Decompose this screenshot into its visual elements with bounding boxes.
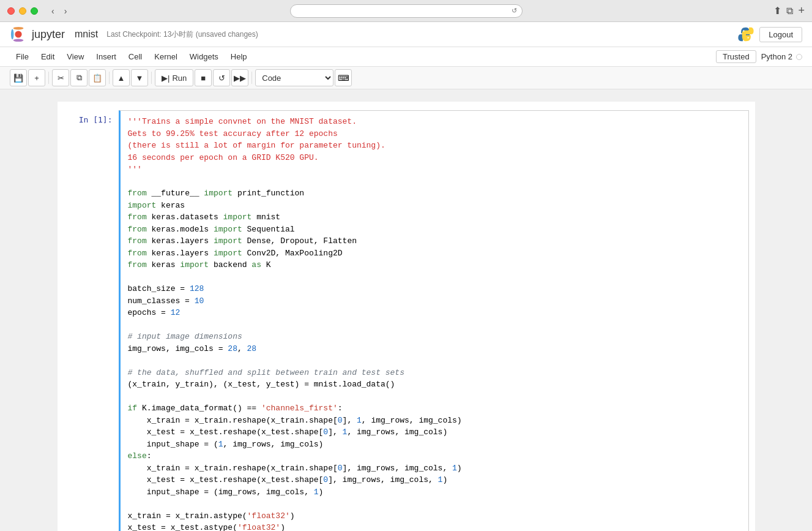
- forward-button[interactable]: ›: [61, 5, 71, 17]
- menu-edit[interactable]: Edit: [35, 50, 61, 64]
- back-button[interactable]: ‹: [48, 5, 58, 17]
- menu-insert[interactable]: Insert: [90, 50, 122, 64]
- run-button[interactable]: ▶| Run: [155, 69, 193, 86]
- cell-type-select[interactable]: Code Markdown Raw NBConvert Heading: [255, 69, 333, 86]
- checkpoint-text: Last Checkpoint: 13小时前 (unsaved changes): [106, 29, 258, 40]
- stop-button[interactable]: ■: [195, 69, 212, 86]
- toolbar-separator-3: [151, 72, 152, 84]
- notebook-area: In [1]: '''Trains a simple convnet on th…: [0, 89, 812, 531]
- url-bar-container: ↺: [290, 4, 523, 18]
- jupyter-header-right: Logout: [737, 26, 802, 43]
- new-tab-button[interactable]: +: [798, 4, 805, 17]
- run-icon: ▶|: [162, 73, 169, 83]
- logout-button[interactable]: Logout: [759, 27, 802, 42]
- cut-button[interactable]: ✂: [52, 69, 69, 86]
- svg-point-3: [15, 31, 21, 37]
- menu-kernel[interactable]: Kernel: [148, 50, 184, 64]
- menubar: File Edit View Insert Cell Kernel Widget…: [0, 47, 812, 67]
- nav-buttons: ‹ ›: [48, 5, 70, 17]
- menu-view[interactable]: View: [61, 50, 90, 64]
- maximize-button[interactable]: [31, 7, 38, 15]
- restart-run-button[interactable]: ▶▶: [231, 69, 248, 86]
- cell-prompt: In [1]:: [58, 110, 119, 531]
- kernel-name-text: Python 2: [761, 52, 792, 61]
- split-button[interactable]: ⧉: [786, 6, 793, 17]
- menu-file[interactable]: File: [10, 50, 35, 64]
- menu-widgets[interactable]: Widgets: [184, 50, 225, 64]
- add-cell-button[interactable]: +: [28, 69, 45, 86]
- jupyter-brand-text: jupyter: [32, 28, 65, 41]
- toolbar: 💾 + ✂ ⧉ 📋 ▲ ▼ ▶| Run ■ ↺ ▶▶ Code Markdow…: [0, 67, 812, 89]
- kernel-status-indicator: [796, 54, 802, 60]
- svg-point-4: [743, 30, 744, 31]
- close-button[interactable]: [7, 7, 15, 15]
- titlebar-actions: ⬆ ⧉ +: [773, 4, 805, 17]
- move-down-button[interactable]: ▼: [131, 69, 148, 86]
- menu-help[interactable]: Help: [225, 50, 253, 64]
- paste-button[interactable]: 📋: [89, 69, 106, 86]
- svg-point-0: [13, 27, 24, 29]
- window-controls: [7, 7, 38, 15]
- move-up-button[interactable]: ▲: [113, 69, 130, 86]
- refresh-icon: ↺: [512, 7, 517, 15]
- toolbar-separator-2: [109, 72, 110, 84]
- share-button[interactable]: ⬆: [773, 5, 781, 17]
- toolbar-separator-1: [48, 72, 49, 84]
- notebook-name[interactable]: mnist: [75, 29, 98, 40]
- code-cell-1: In [1]: '''Trains a simple convnet on th…: [58, 108, 755, 531]
- titlebar: ‹ › ↺ ⬆ ⧉ +: [0, 0, 812, 22]
- jupyter-header: jupyter mnist Last Checkpoint: 13小时前 (un…: [0, 22, 812, 47]
- menu-cell[interactable]: Cell: [122, 50, 148, 64]
- menu-items-list: File Edit View Insert Cell Kernel Widget…: [10, 50, 253, 64]
- notebook-container: In [1]: '''Trains a simple convnet on th…: [58, 102, 755, 531]
- toolbar-separator-4: [251, 72, 252, 84]
- code-content[interactable]: '''Trains a simple convnet on the MNIST …: [128, 116, 741, 531]
- minimize-button[interactable]: [19, 7, 26, 15]
- copy-button[interactable]: ⧉: [70, 69, 88, 86]
- url-bar[interactable]: ↺: [290, 4, 523, 18]
- restart-button[interactable]: ↺: [213, 69, 230, 86]
- svg-point-5: [748, 37, 749, 38]
- svg-point-1: [13, 39, 24, 42]
- jupyter-logo-icon: [10, 26, 27, 43]
- save-button[interactable]: 💾: [10, 69, 27, 86]
- cell-code-area[interactable]: '''Trains a simple convnet on the MNIST …: [119, 110, 749, 531]
- trusted-button[interactable]: Trusted: [716, 50, 756, 63]
- svg-point-2: [11, 29, 13, 40]
- python-logo-icon: [737, 26, 754, 43]
- jupyter-logo-area: jupyter mnist Last Checkpoint: 13小时前 (un…: [10, 26, 258, 43]
- menubar-right: Trusted Python 2: [716, 50, 802, 63]
- keyboard-shortcuts-button[interactable]: ⌨: [335, 69, 352, 86]
- run-label: Run: [172, 73, 187, 83]
- kernel-info: Python 2: [761, 52, 802, 61]
